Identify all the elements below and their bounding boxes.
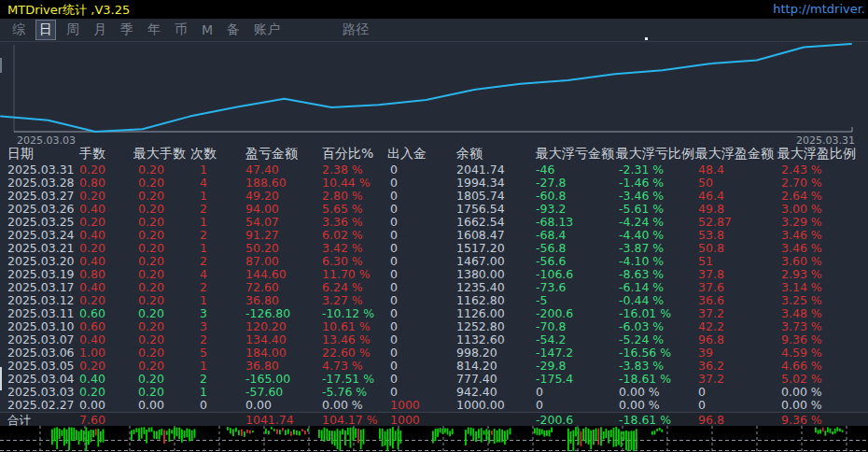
cell-pnl: 91.27	[245, 229, 279, 242]
cell-flp: 0.00 %	[619, 399, 660, 412]
cell-flp: -18.61 %	[619, 373, 671, 386]
table-row[interactable]: 2025.03.280.800.204188.6010.44 %01994.34…	[0, 177, 868, 190]
cell-pnl: 188.60	[245, 177, 287, 190]
cell-fl: -5	[536, 294, 547, 307]
cell-lots: 1.00	[79, 346, 105, 360]
site-link[interactable]: http://mtdriver.	[773, 2, 865, 16]
cell-balance: 1235.40	[456, 281, 505, 294]
cell-lots: 0.40	[79, 229, 105, 242]
table-row[interactable]: 2025.03.190.800.204144.6011.70 %01380.00…	[0, 268, 868, 281]
table-row[interactable]: 2025.03.040.400.202-165.00-17.51 %0777.4…	[0, 373, 868, 386]
cell-pnl_pct: 6.02 %	[322, 229, 363, 242]
cell-fpp: 3.73 %	[781, 320, 822, 333]
table-row[interactable]: 2025.03.050.200.20136.804.73 %0814.20-29…	[0, 360, 868, 373]
cell-fl: -70.8	[536, 320, 566, 333]
table-row[interactable]: 2025.03.120.200.20136.803.27 %01162.80-5…	[0, 294, 868, 307]
menu-item-path[interactable]: 路径	[340, 21, 371, 39]
tick-volume-chart	[0, 426, 868, 452]
table-header-row: 日期手数最大手数次数盈亏金额百分比%出入金余额最大浮亏金额最大浮亏比例最大浮盈金…	[0, 143, 868, 163]
table-row[interactable]: 2025.02.270.000.0000.000.00 %10001000.00…	[0, 399, 868, 412]
menu-item-4[interactable]: 月	[91, 21, 109, 39]
chart-cursor-dot	[645, 37, 648, 40]
cell-count: 1	[183, 386, 224, 399]
cell-balance: 777.40	[456, 373, 497, 386]
scrollbar-fragment[interactable]	[0, 367, 2, 390]
menu-item-1[interactable]: 综	[9, 21, 28, 39]
table-row[interactable]: 2025.03.250.200.20154.073.36 %01662.54-6…	[0, 216, 868, 229]
cell-lots: 0.60	[79, 320, 105, 333]
cell-balance: 1000.00	[456, 399, 505, 412]
menu-item-2[interactable]: 日	[36, 21, 55, 39]
cell-pnl: 134.40	[245, 333, 287, 346]
cell-cash: 0	[390, 386, 398, 399]
table-row[interactable]: 2025.03.110.600.203-126.80-10.12 %01126.…	[0, 307, 868, 320]
menu-item-8[interactable]: M	[199, 21, 216, 38]
column-header-11: 最大浮盈金额	[695, 146, 774, 162]
cell-fpp: 3.14 %	[781, 281, 822, 294]
cell-fp: 49.8	[698, 203, 724, 216]
cell-cash: 0	[390, 177, 398, 190]
cell-cash: 0	[390, 373, 398, 386]
cell-date: 2025.03.31	[7, 163, 75, 177]
column-header-4: 次数	[183, 146, 224, 162]
cell-fpp: 2.64 %	[781, 190, 822, 203]
table-row[interactable]: 2025.03.100.600.203120.2010.61 %01252.80…	[0, 320, 868, 333]
cell-pnl_pct: -10.12 %	[322, 307, 374, 320]
cell-flp: -3.87 %	[619, 242, 664, 255]
table-row[interactable]: 2025.03.200.400.20287.006.30 %01467.00-5…	[0, 255, 868, 268]
table-row[interactable]: 2025.03.260.400.20294.005.65 %01756.54-9…	[0, 203, 868, 216]
cell-date: 2025.03.28	[7, 177, 75, 190]
table-row[interactable]: 2025.03.270.200.20149.202.80 %01805.74-6…	[0, 190, 868, 203]
cell-fpp: 3.00 %	[781, 203, 822, 216]
cell-pnl_pct: 3.36 %	[322, 216, 363, 229]
table-row[interactable]: 2025.03.240.400.20291.276.02 %01608.47-6…	[0, 229, 868, 242]
menu-item-10[interactable]: 账户	[251, 21, 283, 39]
cell-balance: 1756.54	[456, 203, 505, 216]
cell-count: 2	[183, 203, 224, 216]
cell-fl: -175.4	[536, 373, 573, 386]
cell-count: 1	[183, 163, 224, 177]
column-header-8: 余额	[456, 146, 483, 162]
cell-lots: 0.40	[79, 255, 105, 268]
cell-fl: -106.6	[536, 268, 573, 281]
table-row[interactable]: 2025.03.070.400.202134.4013.46 %01132.60…	[0, 333, 868, 346]
cell-flp: -1.46 %	[619, 177, 664, 190]
cell-fl: -27.8	[536, 177, 566, 190]
cell-lots: 0.20	[79, 242, 105, 255]
cell-pnl_pct: 6.24 %	[322, 281, 363, 294]
cell-pnl: -165.00	[245, 373, 290, 386]
cell-fl: -147.2	[536, 346, 573, 360]
menu-item-7[interactable]: 币	[172, 21, 190, 39]
column-header-3: 最大手数	[133, 146, 186, 162]
cell-date: 2025.03.04	[7, 373, 75, 386]
cell-fl: -56.6	[536, 255, 566, 268]
cell-max_lots: 0.20	[138, 294, 164, 307]
cell-count: 1	[183, 294, 224, 307]
table-row[interactable]: 2025.03.170.400.20272.606.24 %01235.40-7…	[0, 281, 868, 294]
menu-item-5[interactable]: 季	[118, 21, 136, 39]
cell-pnl: 72.60	[245, 281, 279, 294]
table-row[interactable]: 2025.03.310.200.20147.402.38 %02041.74-4…	[0, 163, 868, 177]
cell-lots: 0.80	[79, 177, 105, 190]
cell-fpp: 2.43 %	[781, 163, 822, 177]
cell-lots: 0.20	[79, 216, 105, 229]
cell-lots: 0.40	[79, 373, 105, 386]
cell-max_lots: 0.20	[138, 255, 164, 268]
cell-lots: 0.40	[79, 203, 105, 216]
cell-pnl_pct: 3.27 %	[322, 294, 363, 307]
cell-count: 2	[183, 281, 224, 294]
menu-item-9[interactable]: 备	[224, 21, 243, 39]
menu-item-3[interactable]: 周	[63, 21, 82, 39]
menu-item-6[interactable]: 年	[145, 21, 163, 39]
table-row[interactable]: 2025.03.030.200.201-57.60-5.76 %0942.400…	[0, 386, 868, 399]
title-bar: MTDriver统计 ,V3.25 http://mtdriver.	[0, 0, 868, 19]
cell-balance: 1994.34	[456, 177, 505, 190]
cell-fpp: 5.02 %	[781, 373, 822, 386]
table-row[interactable]: 2025.03.061.000.205184.0022.60 %0998.20-…	[0, 346, 868, 360]
cell-fl: -93.2	[536, 203, 566, 216]
cell-date: 2025.03.17	[7, 281, 75, 294]
table-row[interactable]: 2025.03.210.200.20150.203.42 %01517.20-5…	[0, 242, 868, 255]
cell-fp: 42.2	[698, 320, 724, 333]
cell-max_lots: 0.20	[138, 281, 164, 294]
cell-fp: 46.4	[698, 190, 724, 203]
